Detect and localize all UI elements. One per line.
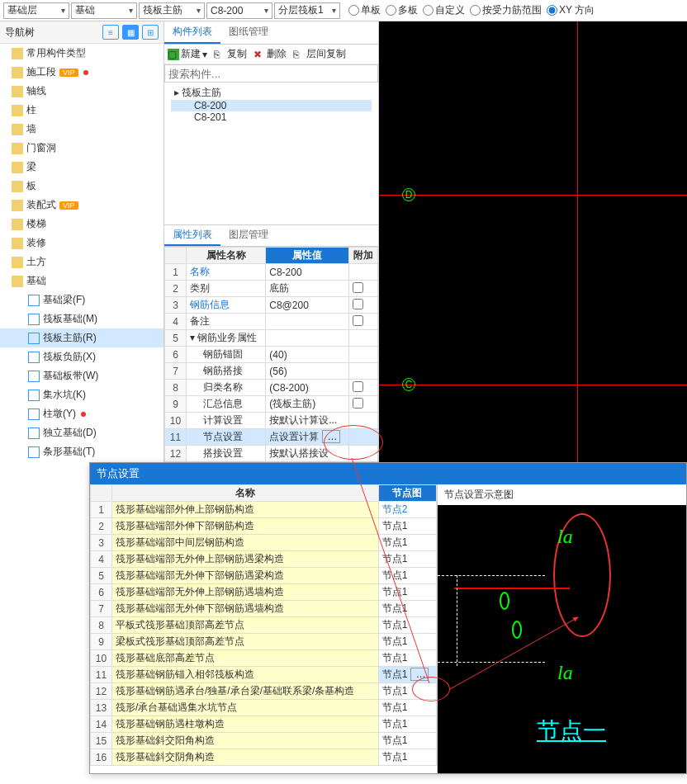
radio-option[interactable]: 自定义: [423, 3, 465, 17]
attr-row[interactable]: 3钢筋信息C8@200: [165, 297, 378, 314]
nav-tree[interactable]: 常用构件类型施工段VIP轴线柱墙门窗洞梁板装配式VIP楼梯装修土方基础基础梁(F…: [0, 44, 163, 462]
radio-option[interactable]: XY 方向: [547, 3, 595, 17]
attr-row[interactable]: 4备注: [165, 314, 378, 330]
nav-item[interactable]: 常用构件类型: [0, 44, 163, 63]
extra-checkbox[interactable]: [353, 299, 363, 309]
node-row[interactable]: 16筏形基础斜交阴角构造节点1: [91, 749, 437, 766]
node-row[interactable]: 12筏形基础钢筋遇承台/独基/承台梁/基础联系梁/条基构造节点1: [91, 683, 437, 700]
radio-option[interactable]: 单板: [348, 3, 381, 17]
attr-row[interactable]: 9 汇总信息(筏板主筋): [165, 396, 378, 413]
tab-layer-mgr[interactable]: 图层管理: [220, 225, 277, 246]
nav-item[interactable]: 基础梁(F): [0, 290, 163, 309]
nav-item[interactable]: 墙: [0, 120, 163, 139]
tab-attr-list[interactable]: 属性列表: [164, 225, 220, 246]
node-row[interactable]: 7筏形基础端部无外伸下部钢筋遇墙构造节点1: [91, 601, 437, 617]
nav-item[interactable]: 筏板主筋(R): [0, 328, 163, 347]
node-row[interactable]: 8平板式筏形基础顶部高差节点节点1: [91, 617, 437, 634]
nav-tree-panel: 导航树 ≡ ▦ ⊞ 常用构件类型施工段VIP轴线柱墙门窗洞梁板装配式VIP楼梯装…: [0, 21, 164, 462]
nav-item[interactable]: 土方: [0, 253, 163, 272]
nav-item[interactable]: 梁: [0, 158, 163, 177]
grid-marker: D: [402, 188, 415, 201]
nav-view-list-icon[interactable]: ≡: [102, 25, 119, 40]
new-dot-icon: [81, 412, 86, 417]
nav-item[interactable]: 集水坑(K): [0, 385, 163, 404]
grid-marker: C: [402, 378, 415, 391]
category-dropdown[interactable]: 基础: [71, 2, 137, 19]
node-table: 名称 节点图 1筏形基础端部外伸上部钢筋构造节点22筏形基础端部外伸下部钢筋构造…: [90, 484, 437, 766]
vip-badge: VIP: [59, 201, 78, 210]
nav-item[interactable]: 独立基础(D): [0, 423, 163, 442]
nav-item[interactable]: 筏板负筋(X): [0, 347, 163, 366]
node-row[interactable]: 14筏形基础钢筋遇柱墩构造节点1: [91, 716, 437, 733]
layer-copy-button[interactable]: ⎘层间复制: [293, 47, 346, 61]
search-input[interactable]: [164, 64, 378, 83]
nav-item[interactable]: 基础板带(W): [0, 366, 163, 385]
board-radio-group: 单板多板自定义按受力筋范围XY 方向: [348, 3, 595, 17]
nav-item[interactable]: 装修: [0, 234, 163, 253]
attr-row[interactable]: 6 钢筋锚固(40): [165, 347, 378, 363]
node-row[interactable]: 10筏形基础底部高差节点节点1: [91, 650, 437, 667]
node-row[interactable]: 9梁板式筏形基础顶部高差节点节点1: [91, 634, 437, 650]
nav-item[interactable]: 条形基础(T): [0, 442, 163, 461]
node-row[interactable]: 2筏形基础端部外伸下部钢筋构造节点1: [91, 518, 437, 535]
extra-checkbox[interactable]: [353, 398, 363, 409]
item-icon: [28, 333, 40, 344]
component-item[interactable]: C8-201: [171, 111, 372, 123]
nav-item[interactable]: 筏板基础(M): [0, 309, 163, 328]
preview-canvas[interactable]: la la 节点一: [438, 505, 686, 773]
component-root[interactable]: ▸ 筏板主筋: [171, 86, 372, 100]
radio-option[interactable]: 多板: [386, 3, 418, 17]
attr-row[interactable]: 7 钢筋搭接(56): [165, 363, 378, 380]
node-row[interactable]: 15筏形基础斜交阳角构造节点1: [91, 733, 437, 749]
nav-item[interactable]: 柱墩(Y): [0, 404, 163, 423]
model-viewport[interactable]: D C: [379, 21, 687, 462]
layer-dropdown[interactable]: 基础层: [3, 2, 69, 19]
nav-item[interactable]: 柱: [0, 101, 163, 120]
spec-dropdown[interactable]: C8-200: [206, 2, 272, 19]
extra-checkbox[interactable]: [353, 282, 363, 293]
nav-view-tree-icon[interactable]: ⊞: [142, 25, 159, 40]
component-dropdown[interactable]: 筏板主筋: [139, 2, 205, 19]
item-icon: [28, 427, 40, 439]
nav-item[interactable]: 板: [0, 177, 163, 196]
node-row[interactable]: 3筏形基础端部中间层钢筋构造节点1: [91, 535, 437, 551]
node-row[interactable]: 11筏形基础钢筋锚入相邻筏板构造节点1 …: [91, 667, 437, 683]
nav-header: 导航树 ≡ ▦ ⊞: [0, 21, 163, 44]
node-row[interactable]: 6筏形基础端部无外伸上部钢筋遇墙构造节点1: [91, 584, 437, 601]
sublayer-dropdown[interactable]: 分层筏板1: [274, 2, 340, 19]
node-row[interactable]: 1筏形基础端部外伸上部钢筋构造节点2: [91, 502, 437, 518]
preview-title: 节点设置示意图: [438, 484, 686, 505]
radio-option[interactable]: 按受力筋范围: [470, 3, 542, 17]
copy-button[interactable]: ⎘复制: [214, 47, 247, 61]
extra-checkbox[interactable]: [353, 381, 363, 392]
node-row[interactable]: 13筏形/承台基础遇集水坑节点节点1: [91, 700, 437, 716]
node-row[interactable]: 4筏形基础端部无外伸上部钢筋遇梁构造节点1: [91, 551, 437, 568]
attr-row[interactable]: 2类别底筋: [165, 281, 378, 297]
nav-view-grid-icon[interactable]: ▦: [122, 25, 139, 40]
attr-header-name: 属性名称: [187, 248, 266, 264]
node-header-mark: 节点图: [378, 485, 436, 502]
attr-row[interactable]: 1名称C8-200: [165, 264, 378, 281]
nav-item[interactable]: 基础: [0, 272, 163, 290]
node-header-name: 名称: [112, 485, 379, 502]
tab-component-list[interactable]: 构件列表: [164, 21, 220, 44]
extra-checkbox[interactable]: [353, 315, 363, 326]
node-settings-dialog: 节点设置 名称 节点图 1筏形基础端部外伸上部钢筋构造节点22筏形基础端部外伸下…: [89, 462, 687, 774]
attr-row[interactable]: 8 归类名称(C8-200): [165, 380, 378, 396]
attr-row[interactable]: 5▾ 钢筋业务属性: [165, 330, 378, 347]
node-row[interactable]: 5筏形基础端部无外伸下部钢筋遇梁构造节点1: [91, 568, 437, 584]
tab-drawing-mgr[interactable]: 图纸管理: [220, 21, 277, 44]
nav-item[interactable]: 装配式VIP: [0, 196, 163, 215]
new-button[interactable]: ▢新建 ▾: [168, 47, 207, 61]
la-label: la: [557, 526, 573, 548]
nav-item[interactable]: 轴线: [0, 82, 163, 101]
delete-button[interactable]: ✖删除: [253, 47, 287, 61]
component-tree[interactable]: ▸ 筏板主筋 C8-200C8-201: [164, 83, 378, 126]
component-item[interactable]: C8-200: [171, 100, 372, 111]
node-preview-panel: 节点设置示意图 la la 节点一: [437, 484, 686, 773]
nav-item[interactable]: 施工段VIP: [0, 63, 163, 82]
top-toolbar: 基础层 基础 筏板主筋 C8-200 分层筏板1 单板多板自定义按受力筋范围XY…: [0, 0, 687, 21]
la-label: la: [557, 662, 573, 684]
nav-item[interactable]: 楼梯: [0, 215, 163, 234]
nav-item[interactable]: 门窗洞: [0, 139, 163, 158]
